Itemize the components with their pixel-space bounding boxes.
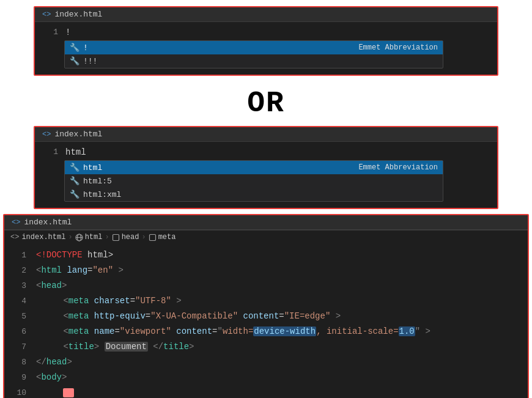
top-tab-label: index.html bbox=[54, 10, 102, 19]
top-line-code-1: ! bbox=[65, 26, 70, 39]
bottom-tab-label: index.html bbox=[24, 218, 72, 227]
bottom-line-8: 8 </head> bbox=[4, 355, 528, 370]
middle-panel-tab[interactable]: <> index.html bbox=[35, 127, 497, 142]
wrench-icon-mid-2: 🔧 bbox=[70, 176, 79, 186]
mid-ac-item-3[interactable]: 🔧 html:xml bbox=[65, 188, 443, 201]
bottom-line-7: 7 <title> Document </title> bbox=[4, 339, 528, 355]
mid-autocomplete[interactable]: 🔧 html Emmet Abbreviation 🔧 html:5 🔧 htm… bbox=[64, 160, 443, 202]
wrench-icon-2: 🔧 bbox=[70, 56, 79, 66]
file-icon-mid: <> bbox=[42, 130, 51, 139]
breadcrumb-meta: meta bbox=[149, 233, 176, 241]
code-6: <meta name="viewport" content="width=dev… bbox=[36, 324, 430, 339]
bottom-line-10: 10 bbox=[4, 385, 528, 398]
ln-10: 10 bbox=[9, 386, 26, 398]
middle-panel: <> index.html 1 html 🔧 html Emmet Abbrev… bbox=[34, 126, 498, 209]
bottom-code-area: 1 <!DOCTYPE html> 2 <html lang="en" > 3 … bbox=[4, 244, 528, 398]
top-ac-item-2[interactable]: 🔧 !!! bbox=[65, 54, 443, 68]
ln-8: 8 bbox=[9, 355, 26, 370]
svg-rect-4 bbox=[149, 234, 155, 240]
breadcrumb-indexhtml: index.html bbox=[21, 233, 65, 241]
code-7: <title> Document </title> bbox=[36, 339, 194, 354]
or-label: OR bbox=[247, 87, 285, 120]
bottom-line-5: 5 <meta http-equiv="X-UA-Compatible" con… bbox=[4, 309, 528, 324]
top-line-1: 1 ! bbox=[35, 26, 497, 39]
top-ac-label-1: ! bbox=[83, 43, 355, 53]
cube-icon-meta bbox=[149, 234, 157, 241]
mid-ac-label-1: html bbox=[83, 163, 355, 172]
top-ac-item-1[interactable]: 🔧 ! Emmet Abbreviation bbox=[65, 41, 443, 54]
top-panel: <> index.html 1 ! 🔧 ! Emmet Abbreviation… bbox=[34, 6, 498, 76]
bottom-line-6: 6 <meta name="viewport" content="width=d… bbox=[4, 324, 528, 339]
ln-3: 3 bbox=[9, 279, 26, 293]
code-1: <!DOCTYPE html> bbox=[36, 248, 113, 262]
wrench-icon-mid-3: 🔧 bbox=[70, 190, 79, 199]
code-4: <meta charset="UTF-8" > bbox=[36, 293, 182, 308]
breadcrumb: <> index.html › html › head › meta bbox=[4, 230, 528, 244]
breadcrumb-sep-1: › bbox=[68, 233, 72, 241]
middle-tab-label: index.html bbox=[54, 130, 102, 139]
svg-rect-3 bbox=[113, 234, 119, 240]
cube-icon-head bbox=[112, 234, 120, 241]
breadcrumb-sep-3: › bbox=[141, 233, 146, 241]
mid-ac-type-1: Emmet Abbreviation bbox=[358, 163, 438, 172]
top-code-area: 1 ! 🔧 ! Emmet Abbreviation 🔧 !!! bbox=[35, 22, 497, 75]
ln-7: 7 bbox=[9, 340, 26, 355]
mid-line-num-1: 1 bbox=[40, 146, 58, 159]
top-line-num-1: 1 bbox=[40, 26, 58, 39]
code-9: <body> bbox=[36, 370, 67, 385]
top-panel-tab[interactable]: <> index.html bbox=[35, 7, 497, 22]
middle-code-area: 1 html 🔧 html Emmet Abbreviation 🔧 html:… bbox=[35, 142, 497, 208]
ln-4: 4 bbox=[9, 294, 26, 309]
ln-5: 5 bbox=[9, 309, 26, 324]
bottom-line-4: 4 <meta charset="UTF-8" > bbox=[4, 293, 528, 309]
bottom-panel-tab[interactable]: <> index.html bbox=[4, 215, 528, 230]
mid-ac-item-2[interactable]: 🔧 html:5 bbox=[65, 174, 443, 188]
mid-line-code-1: html bbox=[65, 146, 86, 159]
code-5: <meta http-equiv="X-UA-Compatible" conte… bbox=[36, 309, 341, 323]
code-10 bbox=[36, 385, 74, 398]
breadcrumb-file-icon: <> bbox=[10, 233, 19, 241]
pink-cursor bbox=[63, 388, 74, 397]
top-ac-label-2: !!! bbox=[83, 57, 434, 66]
ln-6: 6 bbox=[9, 325, 26, 339]
breadcrumb-head: head bbox=[112, 233, 139, 241]
ln-1: 1 bbox=[9, 248, 26, 263]
wrench-icon-mid-1: 🔧 bbox=[70, 163, 79, 172]
breadcrumb-html: html bbox=[75, 233, 103, 241]
code-8: </head> bbox=[36, 355, 72, 369]
bottom-line-3: 3 <head> bbox=[4, 278, 528, 293]
mid-ac-item-1[interactable]: 🔧 html Emmet Abbreviation bbox=[65, 161, 443, 174]
bottom-line-2: 2 <html lang="en" > bbox=[4, 263, 528, 278]
ln-2: 2 bbox=[9, 263, 26, 278]
mid-ac-label-2: html:5 bbox=[83, 177, 434, 186]
breadcrumb-sep-2: › bbox=[105, 233, 109, 241]
mid-line-1: 1 html bbox=[35, 146, 497, 159]
code-2: <html lang="en" > bbox=[36, 263, 124, 278]
code-3: <head> bbox=[36, 278, 67, 293]
top-ac-type-1: Emmet Abbreviation bbox=[358, 43, 438, 52]
bottom-line-9: 9 <body> bbox=[4, 370, 528, 385]
mid-ac-label-3: html:xml bbox=[83, 190, 434, 199]
globe-icon bbox=[75, 234, 83, 241]
bottom-panel: <> index.html <> index.html › html › hea… bbox=[3, 214, 529, 398]
file-icon-bot: <> bbox=[12, 218, 20, 227]
top-autocomplete[interactable]: 🔧 ! Emmet Abbreviation 🔧 !!! bbox=[64, 40, 443, 68]
ln-9: 9 bbox=[9, 370, 26, 385]
file-icon-top: <> bbox=[42, 10, 51, 19]
bottom-line-1: 1 <!DOCTYPE html> bbox=[4, 248, 528, 263]
wrench-icon-1: 🔧 bbox=[70, 43, 79, 53]
